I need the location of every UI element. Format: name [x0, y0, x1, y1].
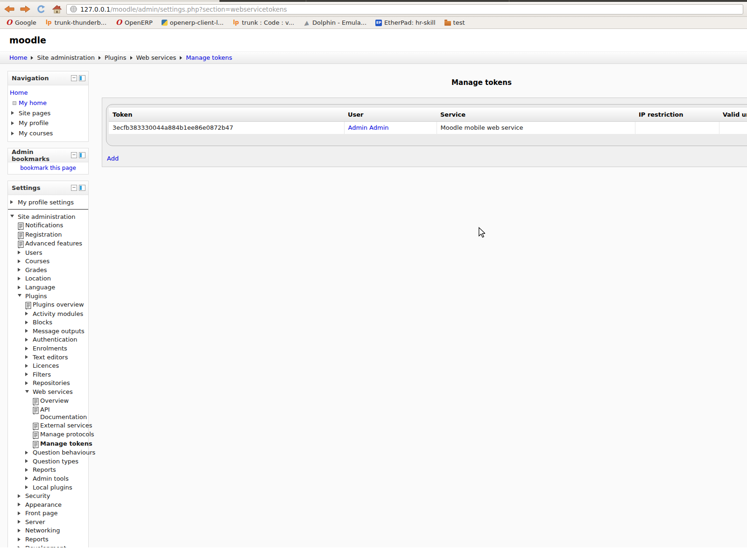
breadcrumb-separator-icon [99, 56, 101, 60]
breadcrumb-link[interactable]: Manage tokens [186, 54, 232, 61]
tree-item[interactable]: My profile settings [8, 198, 88, 207]
bookmark-item[interactable]: trunk-thunderb... [45, 19, 106, 26]
tree-item[interactable]: Plugins overview [8, 301, 88, 310]
tree-item[interactable]: Registration [8, 230, 88, 239]
nav-item-label: My home [19, 99, 47, 106]
home-icon [52, 5, 62, 14]
tree-item[interactable]: Authentication [8, 336, 88, 344]
forward-button[interactable] [19, 3, 32, 15]
collapsed-triangle-icon [25, 363, 33, 368]
back-button[interactable] [3, 3, 16, 15]
tree-item[interactable]: Licences [8, 362, 88, 371]
dock-block-icon[interactable] [79, 75, 85, 81]
collapsed-triangle-icon [25, 459, 33, 463]
navigation-block-header: Navigation [8, 71, 88, 85]
tree-item[interactable]: Manage protocols [8, 430, 88, 440]
tree-item[interactable]: Admin tools [8, 474, 88, 483]
bookmark-item[interactable]: OpenERP [115, 19, 153, 26]
collapse-block-icon[interactable] [71, 185, 77, 191]
tree-item[interactable]: Location [8, 274, 88, 283]
bookmark-item[interactable]: Google [6, 19, 36, 26]
tree-item-label: Registration [25, 231, 62, 238]
bookmark-label: Google [15, 19, 36, 26]
tree-item[interactable]: Manage tokens [8, 439, 88, 448]
breadcrumb-separator-icon [130, 56, 133, 60]
tree-item-label: Activity modules [33, 310, 83, 318]
tree-item[interactable]: Web services [8, 388, 88, 397]
bookmark-item[interactable]: openerp-client-l... [162, 19, 224, 26]
tree-item[interactable]: Server [8, 518, 88, 526]
tree-item-label: Enrolments [33, 345, 67, 352]
tree-item[interactable]: Local plugins [8, 483, 88, 492]
tree-item-label: Reports [25, 536, 49, 543]
tree-item-label: External services [40, 422, 92, 429]
bookmark-this-page-link[interactable]: bookmark this page [8, 162, 88, 174]
tree-item[interactable]: Security [8, 492, 88, 501]
bookmark-item[interactable]: EtherPad: hr-skill [375, 19, 435, 26]
sidebar-nav-item[interactable]: My courses [8, 128, 88, 139]
tree-item[interactable]: Development [8, 544, 88, 547]
tree-item[interactable]: Text editors [8, 353, 88, 362]
site-header: moodle [0, 29, 747, 51]
collapsed-triangle-icon [11, 132, 19, 135]
column-header: IP restriction [635, 108, 719, 121]
tree-item[interactable]: Question types [8, 457, 88, 466]
navigation-items: HomeMy homeSite pagesMy profileMy course… [8, 85, 88, 141]
tree-item[interactable]: Plugins [8, 292, 88, 301]
sidebar-nav-item[interactable]: My home [8, 98, 88, 108]
sidebar-nav-item[interactable]: Site pages [8, 108, 88, 118]
reload-button[interactable] [35, 3, 48, 15]
sidebar-nav-item[interactable]: My profile [8, 118, 88, 128]
breadcrumb-link[interactable]: Home [9, 54, 27, 61]
add-token-link[interactable]: Add [107, 155, 119, 162]
tree-item[interactable]: Reports [8, 535, 88, 544]
document-icon [33, 398, 40, 406]
nav-item-label: Site pages [19, 110, 50, 117]
tree-item[interactable]: Blocks [8, 318, 88, 327]
tree-item[interactable]: Front page [8, 509, 88, 518]
user-cell: Admin Admin [344, 121, 437, 134]
tree-item[interactable]: Site administration [8, 212, 88, 221]
tokens-panel: TokenUserServiceIP restrictionValid unti… [106, 104, 747, 146]
bookmark-item[interactable]: trunk : Code : v... [233, 19, 294, 26]
collapse-block-icon[interactable] [71, 75, 77, 81]
tree-item[interactable]: Grades [8, 266, 88, 274]
document-icon [33, 441, 40, 448]
tree-item[interactable]: Appearance [8, 500, 88, 509]
tree-item[interactable]: Courses [8, 257, 88, 266]
tree-item[interactable]: Reports [8, 466, 88, 475]
expanded-triangle-icon [10, 214, 18, 218]
admin-bookmarks-block-header: Admin bookmarks [8, 148, 88, 162]
sidebar-nav-item[interactable]: Home [8, 88, 88, 98]
tree-item[interactable]: Notifications [8, 221, 88, 231]
tree-item[interactable]: API Documentation [8, 406, 88, 421]
home-button[interactable] [50, 3, 63, 15]
dock-block-icon[interactable] [79, 152, 85, 158]
tree-item[interactable]: Networking [8, 526, 88, 535]
tree-item[interactable]: Repositories [8, 379, 88, 388]
bookmark-item[interactable]: test [444, 19, 465, 26]
tree-item[interactable]: Users [8, 248, 88, 257]
collapsed-triangle-icon [25, 355, 33, 359]
tree-item[interactable]: Question behaviours [8, 448, 88, 457]
tree-item[interactable]: Filters [8, 370, 88, 379]
collapse-block-icon[interactable] [71, 152, 77, 158]
etherpad-icon [375, 20, 382, 26]
bookmark-item[interactable]: Dolphin - Emula... [303, 19, 366, 26]
tree-item-label: Advanced features [25, 240, 82, 247]
tree-item-label: Language [25, 284, 55, 291]
url-bar[interactable]: 127.0.0.1/moodle/admin/settings.php?sect… [66, 4, 743, 14]
user-link[interactable]: Admin Admin [348, 124, 389, 131]
dock-block-icon[interactable] [79, 185, 85, 191]
tree-item[interactable]: Enrolments [8, 344, 88, 353]
tree-item[interactable]: Overview [8, 396, 88, 406]
tree-item[interactable]: Message outputs [8, 327, 88, 336]
collapsed-triangle-icon [25, 337, 33, 342]
tree-item[interactable]: External services [8, 421, 88, 430]
collapsed-triangle-icon [25, 450, 33, 455]
tree-item[interactable]: Activity modules [8, 309, 88, 318]
tree-item[interactable]: Advanced features [8, 239, 88, 249]
column-header: Service [437, 108, 635, 121]
collapsed-triangle-icon [18, 502, 25, 507]
tree-item[interactable]: Language [8, 283, 88, 292]
